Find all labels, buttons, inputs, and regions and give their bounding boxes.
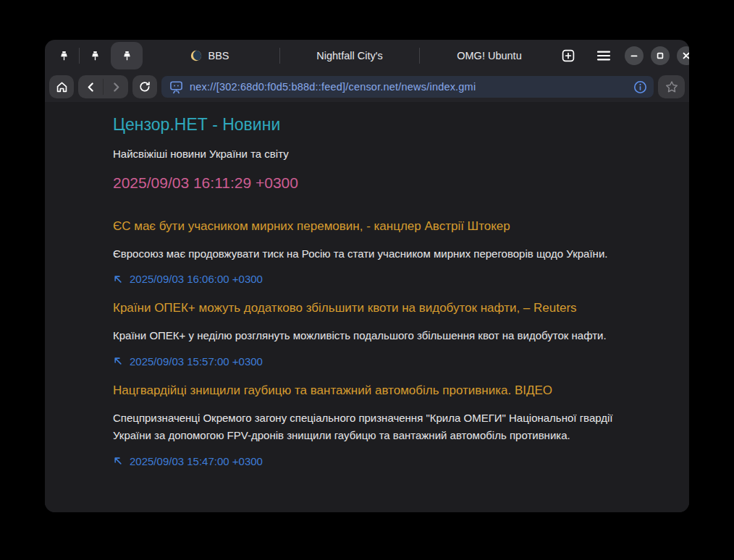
article-title: Нацгвардійці знищили гаубицю та вантажни… (113, 383, 620, 398)
info-icon[interactable] (633, 80, 647, 94)
maximize-icon (656, 51, 665, 60)
home-icon (55, 80, 69, 94)
tab-label: BBS (208, 50, 229, 61)
minimize-button[interactable] (625, 46, 644, 65)
menu-button[interactable] (592, 44, 615, 67)
article-link[interactable]: 2025/09/03 15:57:00 +0300 (113, 355, 620, 368)
article: Країни ОПЕК+ можуть додатково збільшити … (113, 301, 620, 367)
tab-label: Nightfall City's (316, 50, 382, 61)
star-icon (665, 80, 679, 94)
article-link[interactable]: 2025/09/03 15:47:00 +0300 (113, 455, 620, 467)
reload-button[interactable] (132, 75, 157, 98)
tab-bar: BBS Nightfall City's OMG! Ubuntu (45, 40, 689, 72)
arrow-up-left-icon (113, 274, 123, 284)
tab-label: OMG! Ubuntu (457, 50, 521, 61)
navigation-toolbar: nex://[302:68d0:f0d5:b88d::feed]/censor.… (45, 72, 689, 102)
tab-divider (279, 48, 280, 64)
back-chevron-icon (85, 82, 96, 93)
arrow-up-left-icon (113, 356, 123, 366)
tab-nightfall-citys[interactable]: Nightfall City's (282, 40, 417, 72)
article-summary: Євросоюз має продовжувати тиск на Росію … (113, 245, 620, 263)
reload-icon (138, 80, 151, 93)
article-title: ЄС має бути учасником мирних перемовин, … (113, 219, 620, 234)
back-button[interactable] (78, 75, 103, 98)
article-summary: Країни ОПЕК+ у неділю розглянуть можливі… (113, 327, 620, 344)
arrow-up-left-icon (113, 456, 123, 466)
article-link-label: 2025/09/03 15:47:00 +0300 (130, 455, 263, 467)
article-summary: Спецпризначенці Окремого загону спеціаль… (113, 410, 620, 445)
computer-icon (169, 80, 184, 94)
article-link-label: 2025/09/03 15:57:00 +0300 (130, 355, 263, 368)
tab-omg-ubuntu[interactable]: OMG! Ubuntu (422, 40, 557, 72)
article-title: Країни ОПЕК+ можуть додатково збільшити … (113, 301, 620, 315)
bookmark-star-button[interactable] (658, 75, 685, 98)
back-forward-group (78, 75, 128, 98)
browser-window: BBS Nightfall City's OMG! Ubuntu (45, 40, 689, 512)
article-link-label: 2025/09/03 16:06:00 +0300 (130, 273, 263, 285)
home-button[interactable] (49, 75, 74, 98)
pushpin-icon (59, 51, 69, 61)
url-bar[interactable]: nex://[302:68d0:f0d5:b88d::feed]/censor.… (161, 76, 654, 98)
forward-chevron-icon (111, 82, 122, 93)
article-link[interactable]: 2025/09/03 16:06:00 +0300 (113, 273, 620, 285)
tab-divider (419, 48, 420, 64)
pushpin-icon (122, 51, 132, 61)
minimize-icon (630, 51, 638, 60)
new-tab-button[interactable] (557, 44, 580, 67)
page-title: Цензор.НЕТ - Новини (113, 115, 620, 135)
pinned-tab-1[interactable] (51, 43, 77, 69)
plus-square-icon (561, 48, 575, 63)
forward-button[interactable] (104, 75, 128, 98)
close-button[interactable] (677, 46, 689, 65)
crescent-moon-icon (190, 50, 202, 61)
maximize-button[interactable] (651, 46, 670, 65)
feed-timestamp-heading: 2025/09/03 16:11:29 +0300 (113, 174, 620, 192)
url-text[interactable]: nex://[302:68d0:f0d5:b88d::feed]/censor.… (190, 81, 628, 93)
article: Нацгвардійці знищили гаубицю та вантажни… (113, 383, 620, 467)
article: ЄС має бути учасником мирних перемовин, … (113, 219, 620, 285)
close-icon (682, 51, 689, 60)
tab-bbs[interactable]: BBS (143, 40, 277, 72)
pinned-tab-2[interactable] (82, 43, 108, 69)
pushpin-icon (90, 51, 101, 61)
page-content: Цензор.НЕТ - Новини Найсвіжіші новини Ук… (45, 102, 689, 512)
pinned-tab-3-active[interactable] (111, 42, 143, 69)
hamburger-icon (596, 50, 611, 61)
page-subtitle: Найсвіжіші новини України та світу (113, 148, 620, 160)
tab-divider (79, 48, 80, 64)
